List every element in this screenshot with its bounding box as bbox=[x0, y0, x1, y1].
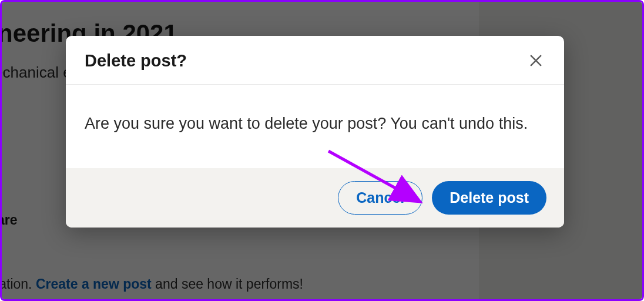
close-icon bbox=[528, 52, 544, 69]
modal-message: Are you sure you want to delete your pos… bbox=[85, 113, 545, 135]
cancel-button[interactable]: Cancel bbox=[338, 181, 422, 215]
delete-post-modal: Delete post? Are you sure you want to de… bbox=[66, 36, 564, 228]
close-button[interactable] bbox=[525, 50, 546, 71]
modal-header: Delete post? bbox=[66, 36, 564, 85]
modal-title: Delete post? bbox=[85, 51, 187, 71]
modal-footer: Cancel Delete post bbox=[66, 168, 564, 228]
delete-post-button[interactable]: Delete post bbox=[432, 181, 546, 215]
modal-body: Are you sure you want to delete your pos… bbox=[66, 85, 564, 168]
